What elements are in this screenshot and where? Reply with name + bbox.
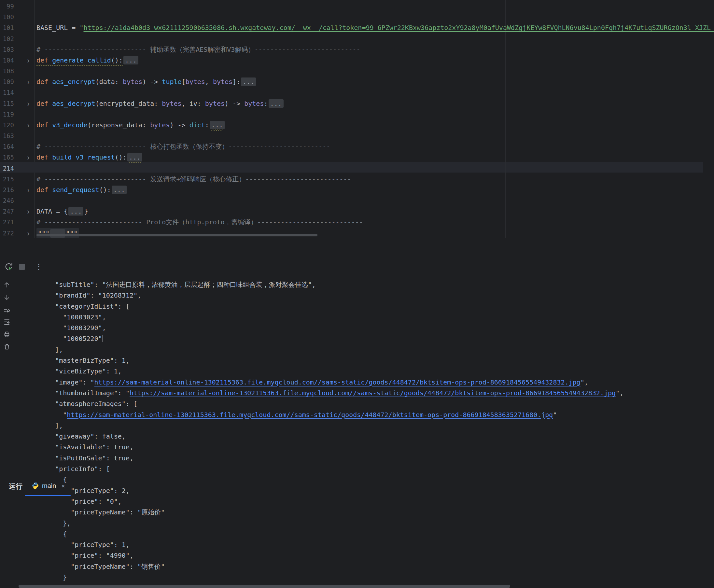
editor-line[interactable]: 216❯def send_request():... — [0, 185, 714, 195]
editor-line[interactable]: 119 — [0, 109, 714, 120]
console-line[interactable]: ], — [39, 344, 710, 355]
stop-button[interactable] — [17, 262, 27, 272]
fold-arrow-icon[interactable]: ❯ — [27, 152, 29, 163]
console-line[interactable]: } — [39, 572, 710, 583]
editor-line[interactable]: 100 — [0, 12, 714, 22]
soft-wrap-button[interactable] — [3, 306, 11, 314]
folded-code-placeholder[interactable]: ... — [112, 186, 127, 194]
console-line[interactable]: "viceBizType": 1, — [39, 366, 710, 377]
folded-code-placeholder[interactable]: ... — [123, 56, 139, 64]
console-line[interactable]: "categoryIdList": [ — [39, 301, 710, 312]
code-token: def — [37, 153, 52, 161]
code-token: (encrypted_data: — [96, 100, 162, 107]
editor-line[interactable]: 165❯def build_v3_request():... — [0, 152, 714, 163]
console-line[interactable]: "https://sam-material-online-1302115363.… — [39, 410, 710, 420]
editor-horizontal-scrollbar[interactable] — [37, 234, 317, 236]
console-line[interactable]: "priceTypeName": "原始价" — [39, 507, 710, 518]
editor-line[interactable]: 102 — [0, 34, 714, 44]
console-line[interactable]: { — [39, 475, 710, 485]
console-url-link[interactable]: https://sam-material-online-1302115363.f… — [67, 411, 553, 419]
editor-line[interactable]: 214 — [0, 163, 714, 174]
editor-line[interactable]: 246 — [0, 195, 714, 206]
code-text[interactable]: # -------------------------- 核心打包函数（保持不变… — [37, 141, 330, 152]
editor-line[interactable]: 109❯def aes_encrypt(data: bytes) -> tupl… — [0, 77, 714, 87]
print-button[interactable] — [3, 330, 11, 339]
editor-line[interactable]: 247❯DATA = {...} — [0, 206, 714, 217]
code-token: bytes — [186, 78, 205, 86]
editor-line[interactable]: 103# -------------------------- 辅助函数（完善A… — [0, 44, 714, 55]
console-line[interactable]: "subTitle": "法国进口原料，浓郁黄油，层层起酥；四种口味组合装，派对… — [39, 279, 710, 290]
scroll-up-button[interactable] — [3, 281, 11, 289]
console-line[interactable]: "priceTypeName": "销售价" — [39, 561, 710, 572]
editor-line[interactable]: 101BASE_URL = "https://a1da4b0d3-wx62111… — [0, 22, 714, 33]
console-line[interactable]: "priceType": 1, — [39, 540, 710, 550]
console-line[interactable]: }, — [39, 518, 710, 529]
run-console-output[interactable]: "subTitle": "法国进口原料，浓郁黄油，层层起酥；四种口味组合装，派对… — [39, 279, 710, 585]
scroll-down-button[interactable] — [3, 293, 11, 301]
fold-arrow-icon[interactable]: ❯ — [27, 228, 29, 238]
editor-line[interactable]: 99 — [0, 1, 714, 12]
code-editor[interactable]: 99100101BASE_URL = "https://a1da4b0d3-wx… — [0, 0, 714, 238]
console-line[interactable]: "10003023", — [39, 312, 710, 323]
console-line[interactable]: { — [39, 529, 710, 540]
url-link[interactable]: https://a1da4b0d3-wx621112590b635086.sh.… — [84, 24, 714, 31]
console-line[interactable]: "priceInfo": [ — [39, 464, 710, 475]
clear-console-button[interactable] — [3, 342, 11, 351]
editor-line[interactable]: 271# ------------------------- Proto文件（h… — [0, 217, 714, 228]
console-line[interactable]: "price": "0", — [39, 496, 710, 507]
code-text[interactable]: def build_v3_request():... — [37, 152, 143, 163]
editor-line[interactable]: 163 — [0, 130, 714, 141]
console-text: "10003023", — [39, 313, 106, 321]
console-url-link[interactable]: https://sam-material-online-1302115363.f… — [130, 389, 616, 397]
console-line[interactable]: "priceType": 2, — [39, 485, 710, 496]
console-line[interactable]: "brandId": "10268312", — [39, 290, 710, 301]
editor-line[interactable]: 120❯def v3_decode(response_data: bytes) … — [0, 120, 714, 130]
code-text[interactable]: def aes_decrypt(encrypted_data: bytes, i… — [37, 98, 284, 109]
editor-line[interactable]: 108 — [0, 66, 714, 77]
code-text[interactable]: def aes_encrypt(data: bytes) -> tuple[by… — [37, 77, 256, 87]
fold-arrow-icon[interactable]: ❯ — [27, 120, 29, 131]
fold-arrow-icon[interactable]: ❯ — [27, 185, 29, 196]
console-line[interactable]: "10003290", — [39, 323, 710, 333]
code-text[interactable]: def v3_decode(response_data: bytes) -> d… — [37, 120, 225, 130]
console-line[interactable]: "giveaway": false, — [39, 431, 710, 442]
folded-code-placeholder[interactable]: ... — [269, 99, 284, 108]
code-text[interactable]: BASE_URL = "https://a1da4b0d3-wx62111259… — [37, 22, 714, 33]
console-line[interactable]: "thumbnailImage": "https://sam-material-… — [39, 388, 710, 399]
console-line[interactable]: ], — [39, 420, 710, 431]
console-horizontal-scrollbar[interactable] — [19, 585, 510, 588]
console-line[interactable]: "image": "https://sam-material-online-13… — [39, 377, 710, 388]
code-text[interactable]: DATA = {...} — [37, 206, 88, 217]
fold-arrow-icon[interactable]: ❯ — [27, 77, 29, 88]
fold-arrow-icon[interactable]: ❯ — [27, 206, 29, 217]
console-line[interactable]: "10005220" — [39, 333, 710, 344]
more-options-button[interactable]: ⋮ — [34, 262, 44, 272]
code-text[interactable]: def generate_callid():... — [37, 55, 139, 66]
editor-line[interactable]: 114 — [0, 87, 714, 98]
code-token: ]: — [232, 78, 240, 86]
editor-line[interactable]: 215# -------------------------- 发送请求+解码响… — [0, 174, 714, 185]
console-line[interactable]: "isAvailable": true, — [39, 442, 710, 453]
scroll-to-end-button[interactable] — [3, 318, 11, 326]
folded-code-placeholder[interactable]: ... — [241, 78, 256, 86]
console-text: "priceType": 1, — [39, 541, 130, 549]
code-text[interactable]: # ------------------------- Proto文件（http… — [37, 217, 363, 228]
code-text[interactable]: # -------------------------- 发送请求+解码响应（核… — [37, 174, 351, 185]
line-number: 102 — [0, 34, 14, 44]
fold-arrow-icon[interactable]: ❯ — [27, 55, 29, 66]
console-line[interactable]: "price": "4990", — [39, 550, 710, 561]
fold-arrow-icon[interactable]: ❯ — [27, 99, 29, 109]
editor-line[interactable]: 164# -------------------------- 核心打包函数（保… — [0, 141, 714, 152]
editor-line[interactable]: 104❯def generate_callid():... — [0, 55, 714, 66]
console-line[interactable]: "masterBizType": 1, — [39, 355, 710, 366]
console-line[interactable]: "isPutOnSale": true, — [39, 453, 710, 464]
editor-line[interactable]: 115❯def aes_decrypt(encrypted_data: byte… — [0, 98, 714, 109]
rerun-button[interactable] — [4, 262, 14, 272]
folded-code-placeholder[interactable]: ... — [68, 207, 83, 215]
folded-code-placeholder[interactable]: ... — [127, 153, 142, 162]
console-line[interactable]: "atmosphereImages": [ — [39, 399, 710, 409]
folded-code-placeholder[interactable]: ... — [210, 121, 225, 129]
console-url-link[interactable]: https://sam-material-online-1302115363.f… — [94, 378, 581, 386]
code-text[interactable]: def send_request():... — [37, 185, 127, 195]
code-text[interactable]: # -------------------------- 辅助函数（完善AES解… — [37, 44, 360, 55]
